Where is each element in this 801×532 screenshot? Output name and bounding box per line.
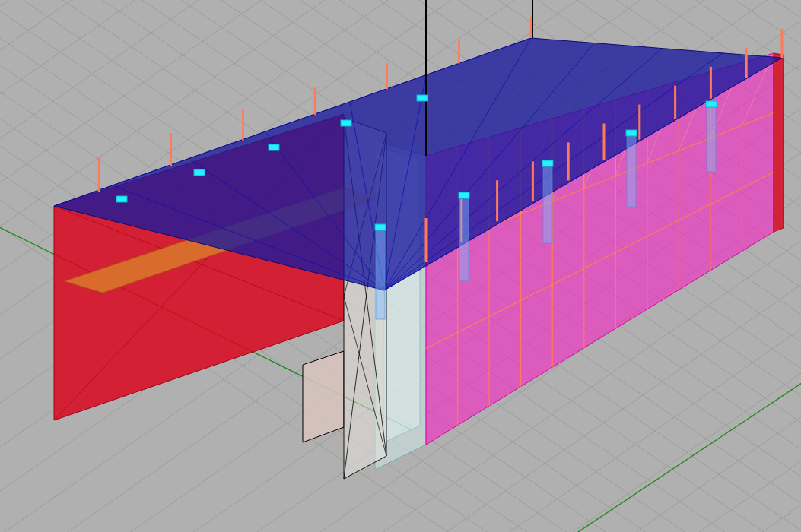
- svg-rect-145: [459, 196, 469, 281]
- svg-rect-143: [376, 228, 385, 319]
- svg-rect-141: [341, 120, 351, 126]
- scene-svg[interactable]: [0, 0, 801, 532]
- svg-rect-140: [269, 144, 279, 150]
- svg-rect-146: [459, 192, 469, 198]
- east-wall: [774, 53, 784, 232]
- axis-y: [578, 380, 801, 532]
- svg-rect-147: [543, 164, 552, 243]
- svg-line-56: [0, 482, 801, 532]
- svg-rect-142: [417, 95, 428, 101]
- west-wall-door-opening: [303, 351, 344, 442]
- svg-rect-148: [542, 160, 553, 166]
- svg-line-30: [0, 0, 801, 5]
- svg-rect-138: [116, 196, 127, 202]
- svg-rect-139: [194, 169, 205, 176]
- svg-rect-151: [707, 105, 716, 172]
- viewport-3d[interactable]: [0, 0, 801, 532]
- svg-rect-152: [706, 101, 717, 107]
- building-model[interactable]: [54, 0, 784, 479]
- svg-rect-149: [627, 134, 636, 207]
- svg-rect-150: [626, 130, 637, 136]
- svg-rect-144: [375, 224, 386, 230]
